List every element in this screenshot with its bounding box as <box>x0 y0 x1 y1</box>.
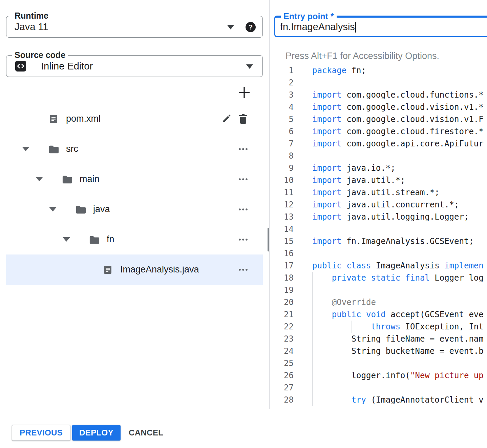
code-line: 26logger.info("New picture up <box>270 369 487 382</box>
previous-button[interactable]: PREVIOUS <box>12 425 70 441</box>
file-tree: pom.xmlsrcmainjavafnImageAnalysis.java <box>6 104 263 285</box>
tree-item-label: ImageAnalysis.java <box>120 264 199 275</box>
tree-item-java[interactable]: java <box>6 194 263 224</box>
code-line: 12import java.util.concurrent.*; <box>270 199 487 211</box>
code-line: 8 <box>270 150 487 162</box>
line-number: 5 <box>270 113 294 125</box>
line-number: 7 <box>270 138 294 150</box>
more-options-icon[interactable] <box>238 235 248 244</box>
code-text: @Override <box>312 296 376 308</box>
tree-item-label: java <box>93 204 110 215</box>
expand-arrow-icon[interactable] <box>63 237 70 242</box>
code-line: 19 <box>270 284 487 296</box>
deploy-button[interactable]: DEPLOY <box>72 425 121 441</box>
chevron-down-icon[interactable] <box>246 64 253 69</box>
line-number: 26 <box>270 369 294 382</box>
accessibility-hint: Press Alt+F1 for Accessibility Options. <box>285 51 439 61</box>
edit-icon[interactable] <box>221 114 231 124</box>
entry-point-value: fn.ImageAnalysis <box>280 21 355 33</box>
line-number: 1 <box>270 64 294 77</box>
cancel-button[interactable]: CANCEL <box>125 425 167 441</box>
line-number: 24 <box>270 345 294 357</box>
code-text: import com.google.cloud.vision.v1.F <box>312 113 484 125</box>
line-number: 20 <box>270 296 294 308</box>
runtime-select[interactable]: Runtime Java 11 ? <box>6 16 263 38</box>
code-text: import java.util.logging.Logger; <box>312 211 469 223</box>
more-options-icon[interactable] <box>238 144 248 154</box>
help-icon[interactable]: ? <box>246 22 256 32</box>
line-number: 11 <box>270 186 294 199</box>
tree-item-src[interactable]: src <box>6 134 263 164</box>
code-line: 5import com.google.cloud.vision.v1.F <box>270 113 487 125</box>
more-options-icon[interactable] <box>238 175 248 184</box>
tree-item-label: pom.xml <box>66 114 101 124</box>
left-panel: Runtime Java 11 ? Source code Inline Edi… <box>0 0 270 409</box>
tree-item-imageanalysis-java[interactable]: ImageAnalysis.java <box>6 254 263 285</box>
line-number: 8 <box>270 150 294 162</box>
tree-item-label: src <box>66 144 78 154</box>
line-number: 28 <box>270 394 294 406</box>
code-text: throws IOException, Int <box>312 321 484 333</box>
line-number: 12 <box>270 199 294 211</box>
code-text <box>312 284 332 296</box>
tree-item-pom-xml[interactable]: pom.xml <box>6 104 263 134</box>
code-line: 13import java.util.logging.Logger; <box>270 211 487 223</box>
row-actions <box>238 205 248 214</box>
line-number: 2 <box>270 77 294 89</box>
code-text: import java.util.*; <box>312 174 405 186</box>
row-actions <box>238 144 248 154</box>
line-number: 27 <box>270 382 294 394</box>
code-line: 23String fileName = event.nam <box>270 333 487 345</box>
code-text: import java.util.stream.*; <box>312 186 440 199</box>
code-text: import com.google.cloud.firestore.* <box>312 125 484 138</box>
line-number: 15 <box>270 235 294 247</box>
code-line: 7import com.google.api.core.ApiFutur <box>270 138 487 150</box>
text-caret <box>355 22 356 33</box>
code-line: 4import com.google.cloud.vision.v1.* <box>270 101 487 113</box>
delete-icon[interactable] <box>238 114 248 124</box>
code-text: import com.google.cloud.functions.* <box>312 89 484 101</box>
editor-panel: Entry point * fn.ImageAnalysis Press Alt… <box>270 0 487 409</box>
code-line: 3import com.google.cloud.functions.* <box>270 89 487 101</box>
more-options-icon[interactable] <box>238 265 248 274</box>
line-number: 9 <box>270 162 294 174</box>
row-actions <box>238 235 248 244</box>
tree-item-main[interactable]: main <box>6 164 263 194</box>
row-actions <box>238 175 248 184</box>
code-line: 17public class ImageAnalysis implemen <box>270 260 487 272</box>
more-options-icon[interactable] <box>238 205 248 214</box>
source-code-select[interactable]: Source code Inline Editor <box>6 55 263 77</box>
code-line: 2 <box>270 77 487 89</box>
add-file-icon[interactable] <box>237 85 251 100</box>
code-editor[interactable]: 1package fn;23import com.google.cloud.fu… <box>270 64 487 406</box>
chevron-down-icon[interactable] <box>227 25 234 29</box>
code-line: 18private static final Logger log <box>270 272 487 284</box>
tree-item-fn[interactable]: fn <box>6 224 263 254</box>
code-line: 28try (ImageAnnotatorClient v <box>270 394 487 406</box>
line-number: 18 <box>270 272 294 284</box>
line-number: 4 <box>270 101 294 113</box>
line-number: 6 <box>270 125 294 138</box>
code-text <box>312 357 352 369</box>
code-text: import com.google.cloud.vision.v1.* <box>312 101 484 113</box>
expand-arrow-icon[interactable] <box>49 207 57 211</box>
line-number: 14 <box>270 223 294 235</box>
code-text: public void accept(GCSEvent eve <box>312 308 484 321</box>
code-line: 25 <box>270 357 487 369</box>
code-line: 14 <box>270 223 487 235</box>
source-code-label: Source code <box>12 50 68 60</box>
code-text: import fn.ImageAnalysis.GCSEvent; <box>312 235 474 247</box>
code-line: 20@Override <box>270 296 487 308</box>
code-text: String fileName = event.nam <box>312 333 484 345</box>
code-line: 27 <box>270 382 487 394</box>
code-line: 24String bucketName = event.b <box>270 345 487 357</box>
file-icon <box>48 114 59 124</box>
expand-arrow-icon[interactable] <box>22 147 29 151</box>
code-text: public class ImageAnalysis implemen <box>312 260 484 272</box>
code-text: import java.util.concurrent.*; <box>312 199 459 211</box>
folder-icon <box>48 144 59 154</box>
entry-point-field[interactable]: Entry point * fn.ImageAnalysis <box>274 16 487 37</box>
scrollbar-thumb[interactable] <box>268 228 269 251</box>
expand-arrow-icon[interactable] <box>36 177 43 181</box>
code-text: logger.info("New picture up <box>312 369 484 382</box>
